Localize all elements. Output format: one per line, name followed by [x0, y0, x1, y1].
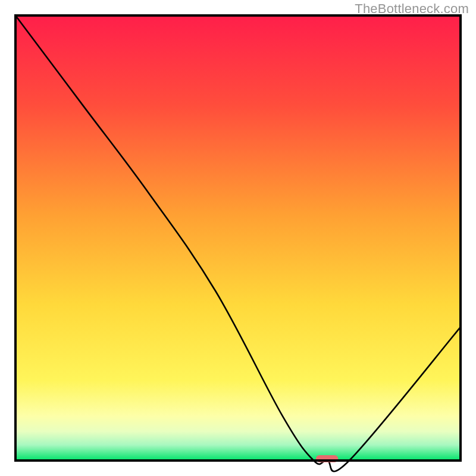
chart-stage: { "watermark": "TheBottleneck.com", "cha… — [0, 0, 476, 476]
bottleneck-chart — [0, 0, 476, 476]
watermark-text: TheBottleneck.com — [355, 1, 469, 17]
plot-background — [15, 15, 461, 461]
